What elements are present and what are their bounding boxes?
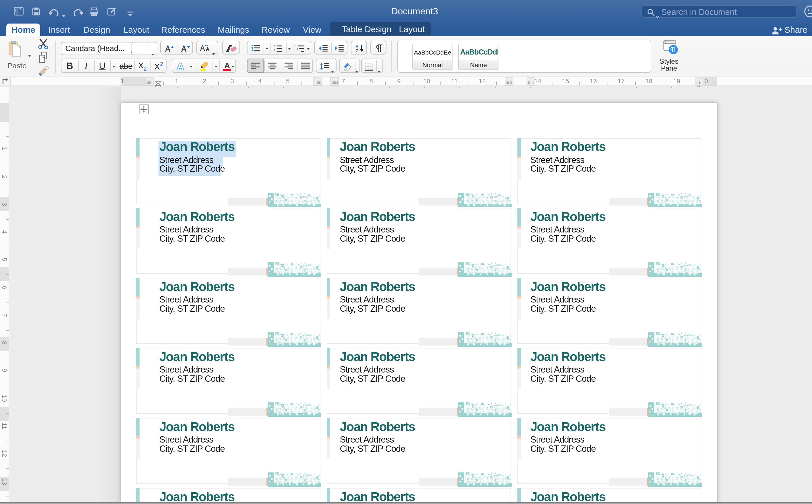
svg-text:Z: Z	[355, 49, 358, 52]
svg-text:A: A	[355, 44, 358, 49]
svg-text:i: i	[298, 50, 298, 52]
svg-text:3: 3	[274, 50, 275, 52]
svg-text:A: A	[177, 62, 183, 71]
